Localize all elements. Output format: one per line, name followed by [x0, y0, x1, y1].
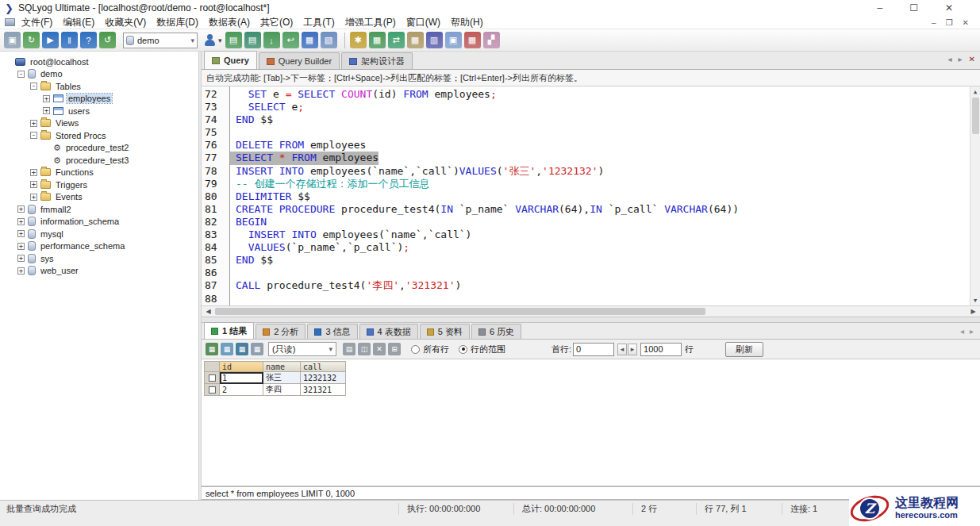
- result-tab-3-信息[interactable]: 3 信息: [307, 324, 357, 339]
- tree-item-views[interactable]: +Views: [0, 117, 198, 130]
- job-agent-icon[interactable]: ▞: [483, 32, 500, 48]
- database-selector[interactable]: demo ▾: [123, 33, 198, 48]
- grid-select-all-header[interactable]: [205, 362, 220, 372]
- grid-cell[interactable]: 321321: [301, 384, 346, 396]
- tree-item-events[interactable]: +Events: [0, 191, 198, 204]
- menu-item[interactable]: 收藏夹(V): [105, 16, 146, 29]
- tab-scroll-left-icon[interactable]: ◂: [948, 55, 952, 63]
- grid-cell[interactable]: 2: [220, 384, 263, 396]
- grid-column-header-id[interactable]: id: [220, 362, 263, 372]
- close-button[interactable]: ✕: [945, 2, 953, 13]
- menu-item[interactable]: 文件(F): [21, 16, 52, 29]
- expand-icon[interactable]: +: [17, 243, 25, 250]
- save-changes-icon[interactable]: ◫: [358, 343, 371, 355]
- menu-item[interactable]: 数据库(D): [156, 16, 198, 29]
- refresh-button[interactable]: 刷新: [725, 342, 763, 357]
- minimize-button[interactable]: –: [877, 2, 882, 13]
- expand-icon[interactable]: +: [17, 218, 25, 225]
- sql-editor[interactable]: 72 SET e = SELECT COUNT(id) FROM employe…: [202, 86, 980, 305]
- backup-icon[interactable]: ▦: [407, 32, 424, 48]
- grid-cell[interactable]: 1: [220, 372, 263, 384]
- tree-item-tables[interactable]: -Tables: [0, 80, 198, 93]
- grid-column-header-name[interactable]: name: [263, 362, 301, 372]
- user-manager-button[interactable]: ▾: [204, 33, 222, 48]
- query-formatter-icon[interactable]: ✱: [350, 32, 367, 48]
- tree-item-users[interactable]: +users: [0, 105, 198, 117]
- export-grid-icon[interactable]: ▤: [343, 343, 355, 355]
- tree-item-triggers[interactable]: +Triggers: [0, 179, 198, 191]
- collapse-icon[interactable]: -: [30, 83, 37, 90]
- maximize-button[interactable]: ☐: [909, 2, 918, 13]
- expand-icon[interactable]: +: [30, 181, 37, 188]
- tree-item-stored-procs[interactable]: -Stored Procs: [0, 129, 198, 142]
- tree-item-mysql[interactable]: +mysql: [0, 228, 198, 240]
- result-tab-4-表数据[interactable]: 4 表数据: [359, 324, 418, 339]
- mdi-minimize-button[interactable]: –: [932, 18, 936, 27]
- schema-designer-icon[interactable]: ▦: [369, 32, 386, 48]
- table-row[interactable]: 1张三1232132: [205, 372, 346, 384]
- menu-item[interactable]: 编辑(E): [63, 16, 94, 29]
- explain-icon[interactable]: ?: [80, 32, 97, 48]
- grid-cell[interactable]: 张三: [263, 372, 301, 384]
- result-tab-1-结果[interactable]: 1 结果: [204, 322, 254, 339]
- scroll-down-icon[interactable]: ▼: [970, 295, 980, 305]
- first-row-input[interactable]: 0: [573, 343, 614, 356]
- tree-item-web-user[interactable]: +web_user: [0, 265, 198, 278]
- tree-item-fmmall2[interactable]: +fmmall2: [0, 203, 198, 216]
- menu-item[interactable]: 工具(T): [303, 16, 334, 29]
- tab-scroll-right-icon[interactable]: ▸: [959, 55, 963, 63]
- vscroll-thumb[interactable]: [972, 98, 979, 134]
- refresh-object-browser-icon[interactable]: ↺: [99, 32, 116, 48]
- tab-架构设计器[interactable]: 架构设计器: [341, 52, 413, 69]
- reconnect-icon[interactable]: ↻: [23, 32, 40, 48]
- scroll-left-icon[interactable]: ◀: [203, 306, 213, 317]
- collapse-icon[interactable]: -: [30, 132, 37, 139]
- grid-cell[interactable]: 1232132: [301, 372, 346, 384]
- row-select-cell[interactable]: [205, 372, 220, 384]
- menu-item[interactable]: 数据表(A): [209, 16, 250, 29]
- tab-query-builder[interactable]: Query Builder: [259, 52, 340, 69]
- discard-changes-icon[interactable]: ✕: [373, 343, 386, 355]
- expand-icon[interactable]: +: [17, 267, 25, 275]
- pause-icon[interactable]: ‖: [61, 32, 78, 48]
- tree-item-demo[interactable]: -demo: [0, 68, 198, 81]
- result-tab-6-历史[interactable]: 6 历史: [471, 324, 521, 339]
- row-range-radio[interactable]: [459, 345, 467, 354]
- row-select-cell[interactable]: [205, 384, 220, 396]
- row-checkbox[interactable]: [209, 386, 216, 394]
- expand-icon[interactable]: +: [43, 95, 50, 102]
- report-icon[interactable]: ▣: [445, 32, 462, 48]
- menu-item[interactable]: 窗口(W): [406, 16, 440, 29]
- delete-row-icon[interactable]: ▦: [236, 343, 248, 355]
- expand-icon[interactable]: +: [30, 194, 37, 201]
- tree-item-procedure-test3[interactable]: ⚙procedure_test3: [0, 154, 198, 167]
- import-external-data-icon[interactable]: ↩: [282, 32, 299, 48]
- all-rows-radio[interactable]: [411, 345, 420, 354]
- grid-mode-selector[interactable]: (只读) ▾: [268, 342, 336, 356]
- tree-item-information-schema[interactable]: +information_schema: [0, 216, 198, 228]
- table-row[interactable]: 2李四321321: [205, 384, 346, 396]
- expand-icon[interactable]: +: [17, 255, 25, 262]
- result-tab-2-分析[interactable]: 2 分析: [256, 324, 306, 339]
- expand-icon[interactable]: +: [17, 230, 25, 237]
- schema-sync-icon[interactable]: ▦: [464, 32, 481, 48]
- export-resultset-icon[interactable]: ↓: [263, 32, 280, 48]
- table-view-icon[interactable]: ▦: [302, 32, 318, 48]
- grid-column-header-call[interactable]: call: [301, 362, 346, 372]
- collapse-icon[interactable]: -: [17, 71, 25, 78]
- tab-scroll-right-icon[interactable]: ▸: [970, 327, 974, 336]
- expand-icon[interactable]: +: [17, 205, 25, 213]
- data-sync-icon[interactable]: ⇄: [388, 32, 405, 48]
- tree-item-employees[interactable]: +employees: [0, 93, 198, 106]
- editor-horizontal-scrollbar[interactable]: ◀ ▶: [202, 305, 980, 317]
- hscroll-thumb[interactable]: [215, 308, 705, 315]
- result-tab-5-资料[interactable]: 5 资料: [420, 324, 470, 339]
- scroll-up-icon[interactable]: ▲: [970, 86, 980, 97]
- save-query-icon[interactable]: ▤: [244, 32, 261, 48]
- execute-query-icon[interactable]: ▶: [42, 32, 59, 48]
- menu-item[interactable]: 增强工具(P): [345, 16, 396, 29]
- mdi-restore-button[interactable]: ❐: [946, 18, 953, 27]
- insert-row-icon[interactable]: ▦: [206, 343, 218, 355]
- spin-left-icon[interactable]: ◂: [617, 344, 627, 355]
- scroll-right-icon[interactable]: ▶: [968, 306, 978, 317]
